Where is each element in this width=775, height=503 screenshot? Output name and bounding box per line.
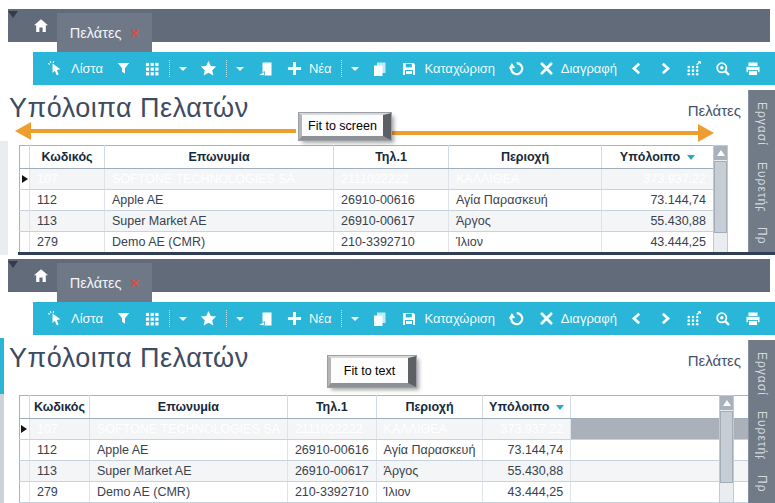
- table-row[interactable]: 279Demo AE (CMR)210-3392710Ίλιον43.444,2…: [20, 232, 714, 253]
- table-cell: 373.937,22: [602, 169, 714, 190]
- vertical-scrollbar[interactable]: [713, 145, 728, 255]
- save-button[interactable]: Καταχώριση: [401, 311, 495, 327]
- table-row[interactable]: 113Super Market AE26910-00617Άργος55.430…: [20, 211, 714, 232]
- table-cell: 43.444,25: [483, 482, 571, 503]
- fit-to-screen-button[interactable]: Fit to screen: [299, 113, 391, 140]
- prev-record-button[interactable]: [630, 311, 644, 326]
- menu-corner-icon[interactable]: [8, 11, 18, 18]
- side-tab-ergasies[interactable]: Εργασίες: [755, 102, 769, 146]
- tab-pelates[interactable]: Πελάτες ×: [57, 263, 152, 302]
- tab-close-icon[interactable]: ×: [130, 25, 139, 40]
- filler-cell: [571, 461, 775, 482]
- delete-button[interactable]: Διαγραφή: [539, 311, 617, 326]
- scroll-up-button[interactable]: [714, 146, 727, 160]
- favorites-button[interactable]: [200, 60, 244, 77]
- chevron-down-icon[interactable]: [351, 317, 359, 321]
- delete-x-icon: [539, 311, 554, 326]
- table-row[interactable]: 112Apple AE26910-00616Αγία Παρασκευή73.1…: [20, 190, 714, 211]
- scrollbar-thumb[interactable]: [714, 161, 727, 233]
- table-cell: SOFTONE TECHNOLOGIES SA: [89, 419, 287, 440]
- delete-button[interactable]: Διαγραφή: [539, 61, 617, 76]
- scroll-up-button[interactable]: [720, 396, 733, 410]
- column-header[interactable]: Τηλ.1: [287, 396, 376, 419]
- column-header[interactable]: Υπόλοιπο: [483, 396, 571, 419]
- row-marker: [20, 419, 30, 440]
- grid-settings-button[interactable]: [685, 60, 702, 77]
- new-record-label: Νέα: [309, 311, 332, 326]
- export-button[interactable]: [258, 311, 274, 327]
- delete-label: Διαγραφή: [561, 311, 617, 326]
- home-tab[interactable]: [25, 14, 57, 38]
- annotation-arrow-left-head: [15, 122, 31, 140]
- scrollbar-thumb[interactable]: [720, 411, 733, 483]
- table-cell: 55.430,88: [483, 461, 571, 482]
- chevron-down-icon[interactable]: [351, 67, 359, 71]
- home-tab[interactable]: [25, 264, 57, 288]
- column-header[interactable]: Περιοχή: [449, 146, 602, 169]
- menu-corner-icon[interactable]: [8, 261, 18, 268]
- table-cell: 112: [30, 190, 105, 211]
- table-cell: Άργος: [376, 461, 483, 482]
- new-record-button[interactable]: Νέα: [287, 60, 359, 77]
- table-cell: Super Market AE: [89, 461, 287, 482]
- next-record-button[interactable]: [658, 311, 672, 326]
- filter-button[interactable]: [116, 61, 131, 76]
- column-header[interactable]: Επωνυμία: [105, 146, 334, 169]
- column-header[interactable]: Κωδικός: [29, 396, 89, 419]
- table-row[interactable]: 279Demo AE (CMR)210-3392710Ίλιον43.444,2…: [20, 482, 775, 503]
- selected-row-icon: [22, 175, 28, 183]
- column-header[interactable]: Τηλ.1: [334, 146, 449, 169]
- side-tab-evretiria[interactable]: Ευρετήρια: [755, 162, 769, 211]
- new-record-button[interactable]: Νέα: [287, 310, 359, 327]
- table-row[interactable]: 113Super Market AE26910-00617Άργος55.430…: [20, 461, 775, 482]
- zoom-button[interactable]: [715, 311, 731, 327]
- list-mode-button[interactable]: Λίστα: [47, 60, 103, 77]
- undo-icon: [508, 310, 525, 327]
- layout-button[interactable]: [145, 310, 187, 327]
- table-row[interactable]: 112Apple AE26910-00616Αγία Παρασκευή73.1…: [20, 440, 775, 461]
- prev-record-button[interactable]: [630, 61, 644, 76]
- copy-button[interactable]: [372, 311, 388, 327]
- table-cell: 43.444,25: [602, 232, 714, 253]
- column-header[interactable]: Κωδικός: [30, 146, 105, 169]
- zoom-button[interactable]: [715, 61, 731, 77]
- export-button[interactable]: [258, 61, 274, 77]
- table-cell: Demo AE (CMR): [89, 482, 287, 503]
- chevron-down-icon[interactable]: [179, 67, 187, 71]
- table-cell: SOFTONE TECHNOLOGIES SA: [105, 169, 334, 190]
- window-left-edge: [0, 141, 8, 255]
- chevron-down-icon[interactable]: [179, 317, 187, 321]
- undo-button[interactable]: [508, 310, 525, 327]
- table-row[interactable]: 107SOFTONE TECHNOLOGIES SA2111022222ΚΑΛΛ…: [20, 419, 775, 440]
- undo-button[interactable]: [508, 60, 525, 77]
- side-tab-evretiria[interactable]: Ευρετήρια: [755, 411, 769, 459]
- new-record-label: Νέα: [309, 61, 332, 76]
- vertical-scrollbar[interactable]: [719, 395, 734, 503]
- save-floppy-icon: [401, 61, 417, 77]
- column-header[interactable]: Επωνυμία: [89, 396, 287, 419]
- tab-close-icon[interactable]: ×: [130, 275, 139, 290]
- print-button[interactable]: [745, 61, 761, 77]
- list-mode-button[interactable]: Λίστα: [47, 310, 103, 327]
- side-tab-cut[interactable]: Πρ: [755, 475, 769, 503]
- favorites-button[interactable]: [200, 310, 244, 327]
- save-button[interactable]: Καταχώριση: [401, 61, 495, 77]
- grid-settings-button[interactable]: [685, 310, 702, 327]
- layout-button[interactable]: [145, 60, 187, 77]
- side-tab-ergasies[interactable]: Εργασίες: [755, 352, 769, 395]
- filter-button[interactable]: [116, 311, 131, 326]
- column-header[interactable]: Περιοχή: [376, 396, 483, 419]
- side-tab-cut[interactable]: Πρ: [755, 227, 769, 255]
- copy-button[interactable]: [372, 61, 388, 77]
- next-record-button[interactable]: [658, 61, 672, 76]
- print-button[interactable]: [745, 311, 761, 327]
- column-header[interactable]: Υπόλοιπο: [602, 146, 714, 169]
- table-cell: Αγία Παρασκευή: [376, 440, 483, 461]
- fit-to-text-button[interactable]: Fit to text: [328, 356, 416, 387]
- chevron-down-icon[interactable]: [236, 67, 244, 71]
- customers-table: ΚωδικόςΕπωνυμίαΤηλ.1ΠεριοχήΥπόλοιπο 107S…: [19, 145, 714, 253]
- tab-pelates[interactable]: Πελάτες ×: [57, 13, 152, 52]
- grid-icon: [145, 61, 160, 76]
- chevron-down-icon[interactable]: [236, 317, 244, 321]
- table-row[interactable]: 107SOFTONE TECHNOLOGIES SA2111022222ΚΑΛΛ…: [20, 169, 714, 190]
